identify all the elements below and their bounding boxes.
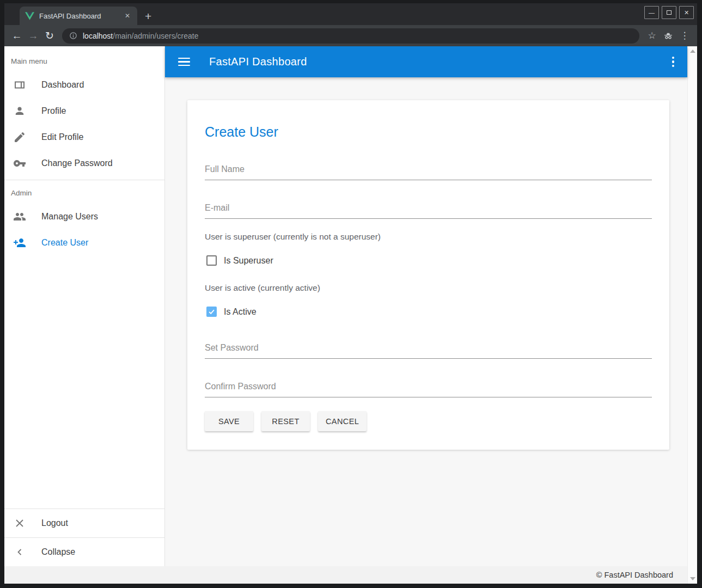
confirm-password-field[interactable]: Confirm Password [205,382,652,397]
is-active-checkbox[interactable] [206,307,217,317]
is-active-checkbox-row[interactable]: Is Active [206,307,652,317]
reload-button[interactable]: ↻ [41,28,58,44]
sidebar-item-edit-profile[interactable]: Edit Profile [4,124,164,150]
sidebar-item-label: Dashboard [41,80,84,90]
sidebar-item-label: Collapse [41,547,75,557]
sidebar-item-change-password[interactable]: Change Password [4,150,164,176]
forward-button[interactable]: → [25,28,41,44]
bookmark-star-icon[interactable]: ☆ [644,28,660,44]
app-bar: FastAPI Dashboard [165,46,687,77]
vue-logo-icon [25,12,34,20]
people-icon [13,210,26,223]
form-actions: SAVE RESET CANCEL [205,411,652,431]
create-user-card: Create User Full Name E-mail User is sup… [187,100,669,450]
page-scrollbar[interactable] [687,46,697,584]
sidebar-section-admin: Admin [4,183,164,204]
scroll-up-arrow-icon[interactable] [690,50,695,53]
active-caption: User is active (currently active) [205,283,652,293]
browser-menu-icon[interactable]: ⋮ [676,28,693,44]
new-tab-button[interactable]: + [145,10,151,22]
check-icon [207,308,216,316]
scroll-down-arrow-icon[interactable] [690,577,695,580]
sidebar: Main menu Dashboard Profile [4,46,165,566]
person-icon [13,105,26,118]
is-superuser-checkbox[interactable] [206,255,217,266]
page-content: Create User Full Name E-mail User is sup… [165,77,687,566]
page-footer: © FastAPI Dashboard [4,566,687,584]
person-add-icon [13,236,26,249]
sidebar-item-label: Logout [41,518,68,528]
full-name-field[interactable]: Full Name [205,164,652,180]
is-active-label: Is Active [224,307,257,317]
sidebar-item-collapse[interactable]: Collapse [4,538,164,566]
url-host: localhost [83,32,113,40]
tab-title: FastAPI Dashboard [39,12,123,20]
window-close-button[interactable]: ✕ [679,6,694,19]
incognito-icon [660,28,676,44]
browser-toolbar: ← → ↻ localhost/main/admin/users/create … [4,25,697,46]
pencil-icon [13,131,26,144]
reset-button[interactable]: RESET [261,411,310,431]
sidebar-section-main-menu: Main menu [4,52,164,72]
main-area: FastAPI Dashboard Create User Full Name … [165,46,687,566]
app-title: FastAPI Dashboard [209,56,307,68]
copyright-text: © FastAPI Dashboard [596,571,673,579]
sidebar-item-label: Change Password [41,158,113,168]
sidebar-item-create-user[interactable]: Create User [4,230,164,256]
sidebar-item-label: Manage Users [41,212,98,222]
tab-close-icon[interactable]: ✕ [123,12,132,20]
set-password-field[interactable]: Set Password [205,343,652,359]
back-button[interactable]: ← [9,28,25,44]
email-field[interactable]: E-mail [205,203,652,219]
superuser-caption: User is superuser (currently is not a su… [205,232,652,242]
sidebar-item-logout[interactable]: Logout [4,509,164,537]
sidebar-item-label: Profile [41,106,66,116]
hamburger-menu-icon[interactable] [178,58,190,66]
sidebar-item-label: Edit Profile [41,132,83,142]
sidebar-item-manage-users[interactable]: Manage Users [4,204,164,230]
url-path: /main/admin/users/create [113,32,198,40]
close-icon [13,517,26,530]
browser-window: FastAPI Dashboard ✕ + — ✕ ← → ↻ localhos… [0,0,702,588]
tab-strip: FastAPI Dashboard ✕ + — ✕ [4,3,697,25]
browser-tab[interactable]: FastAPI Dashboard ✕ [20,7,137,25]
sidebar-divider [4,180,164,180]
sidebar-item-profile[interactable]: Profile [4,98,164,124]
window-controls: — ✕ [644,6,694,19]
url-text: localhost/main/admin/users/create [83,32,198,40]
is-superuser-checkbox-row[interactable]: Is Superuser [206,255,652,266]
window-minimize-button[interactable]: — [644,6,659,19]
key-icon [13,157,26,170]
sidebar-item-dashboard[interactable]: Dashboard [4,72,164,98]
window-maximize-button[interactable] [662,6,676,19]
dashboard-icon [13,78,26,91]
page-title: Create User [205,124,652,140]
cancel-button[interactable]: CANCEL [318,411,367,431]
save-button[interactable]: SAVE [205,411,253,431]
page-info-icon[interactable] [69,32,77,40]
app-menu-kebab-icon[interactable] [669,53,678,71]
sidebar-item-label: Create User [41,238,88,248]
chevron-left-icon [13,546,26,559]
is-superuser-label: Is Superuser [224,256,273,266]
page-viewport: Main menu Dashboard Profile [4,46,697,584]
maximize-icon [667,10,672,15]
address-bar[interactable]: localhost/main/admin/users/create [62,28,639,44]
